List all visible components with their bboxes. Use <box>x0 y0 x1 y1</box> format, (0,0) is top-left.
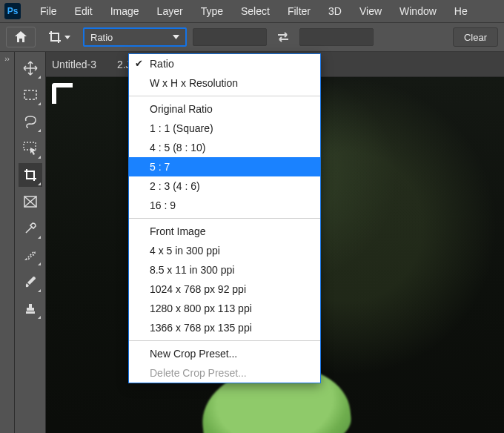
menu-file[interactable]: File <box>31 0 66 22</box>
dropdown-item-label: Original Ratio <box>150 103 213 115</box>
brush-icon <box>24 275 37 288</box>
dropdown-separator <box>129 340 320 341</box>
app-logo: Ps <box>4 3 21 19</box>
tool-move[interactable] <box>19 56 42 80</box>
clear-button[interactable]: Clear <box>453 27 498 47</box>
crop-handle-top-left[interactable] <box>52 83 73 104</box>
svg-rect-5 <box>26 311 35 314</box>
dropdown-item-front-image[interactable]: Front Image <box>129 222 320 241</box>
dropdown-item-label: 4 : 5 (8 : 10) <box>150 142 205 153</box>
clear-button-label: Clear <box>464 32 487 43</box>
dropdown-item-label: 4 x 5 in 300 ppi <box>150 245 220 257</box>
tool-eyedropper[interactable] <box>19 216 42 240</box>
crop-preset-dropdown: ✔ Ratio W x H x Resolution Original Rati… <box>128 53 321 383</box>
crop-preset-select[interactable]: Ratio <box>83 27 187 47</box>
dropdown-item-label: 5 : 7 <box>150 161 170 173</box>
home-icon <box>14 31 27 43</box>
dropdown-item-16-9[interactable]: 16 : 9 <box>129 196 320 215</box>
dropdown-item-label: Front Image <box>150 225 205 237</box>
move-icon <box>23 61 38 76</box>
dropdown-item-label: 8.5 x 11 in 300 ppi <box>150 264 234 276</box>
swap-icon <box>277 32 289 42</box>
svg-rect-1 <box>24 142 36 150</box>
menu-type[interactable]: Type <box>192 0 232 22</box>
dropdown-item-label: 2 : 3 (4 : 6) <box>150 180 200 192</box>
menu-window[interactable]: Window <box>391 0 445 22</box>
lasso-icon <box>23 115 38 128</box>
chevron-down-icon <box>173 35 179 39</box>
dropdown-item-label: New Crop Preset... <box>150 348 237 360</box>
menu-image[interactable]: Image <box>102 0 148 22</box>
dropdown-item-label: 1280 x 800 px 113 ppi <box>150 303 252 314</box>
chevron-down-icon <box>64 36 70 39</box>
dropdown-item-1-1[interactable]: 1 : 1 (Square) <box>129 119 320 138</box>
dropdown-item-5-7[interactable]: 5 : 7 <box>129 157 320 176</box>
menu-filter[interactable]: Filter <box>279 0 319 22</box>
marquee-icon <box>24 90 37 100</box>
crop-preset-select-label: Ratio <box>90 32 113 43</box>
dropdown-item-delete-preset: Delete Crop Preset... <box>129 363 320 383</box>
check-icon: ✔ <box>135 58 143 69</box>
tool-marquee[interactable] <box>19 83 42 107</box>
dropdown-item-1280x800[interactable]: 1280 x 800 px 113 ppi <box>129 299 320 318</box>
tool-preset-dropdown[interactable] <box>42 27 77 47</box>
dropdown-item-label: 1024 x 768 px 92 ppi <box>150 283 246 295</box>
document-tab[interactable]: Untitled-3 <box>52 59 96 70</box>
menu-view[interactable]: View <box>351 0 391 22</box>
svg-rect-0 <box>24 90 36 99</box>
tool-quick-select[interactable] <box>19 136 42 160</box>
tools-panel <box>15 52 46 433</box>
dropdown-separator <box>129 218 320 219</box>
menu-help[interactable]: He <box>445 0 477 22</box>
eyedropper-icon <box>24 222 37 235</box>
quick-select-icon <box>23 142 38 155</box>
dropdown-item-1024x768[interactable]: 1024 x 768 px 92 ppi <box>129 280 320 299</box>
dropdown-item-ratio[interactable]: ✔ Ratio <box>129 54 320 73</box>
dropdown-separator <box>129 96 320 96</box>
stamp-icon <box>24 302 37 315</box>
options-bar: Ratio Clear <box>0 22 504 52</box>
menu-bar: Ps File Edit Image Layer Type Select Fil… <box>0 0 504 22</box>
dropdown-item-wxh[interactable]: W x H x Resolution <box>129 73 320 93</box>
dropdown-item-label: Delete Crop Preset... <box>150 367 247 379</box>
dropdown-item-4x5-300[interactable]: 4 x 5 in 300 ppi <box>129 241 320 260</box>
tool-brush[interactable] <box>19 270 42 294</box>
menu-layer[interactable]: Layer <box>148 0 192 22</box>
dropdown-item-1366x768[interactable]: 1366 x 768 px 135 ppi <box>129 318 320 337</box>
dropdown-item-original-ratio[interactable]: Original Ratio <box>129 99 320 119</box>
dropdown-item-4-5[interactable]: 4 : 5 (8 : 10) <box>129 138 320 157</box>
menu-3d[interactable]: 3D <box>319 0 351 22</box>
dropdown-item-label: 16 : 9 <box>150 199 176 211</box>
tool-frame[interactable] <box>19 190 42 214</box>
tool-clone-stamp[interactable] <box>19 297 42 320</box>
dropdown-item-label: Ratio <box>150 58 174 70</box>
dropdown-item-2-3[interactable]: 2 : 3 (4 : 6) <box>129 176 320 196</box>
menu-select[interactable]: Select <box>232 0 279 22</box>
dropdown-item-label: W x H x Resolution <box>150 77 238 89</box>
crop-icon <box>48 30 62 44</box>
expand-panels-icon: ›› <box>4 55 10 63</box>
dropdown-item-label: 1 : 1 (Square) <box>150 122 213 134</box>
tool-lasso[interactable] <box>19 110 42 133</box>
tool-crop[interactable] <box>19 163 42 187</box>
healing-icon <box>24 248 37 262</box>
menu-edit[interactable]: Edit <box>66 0 102 22</box>
dropdown-item-new-preset[interactable]: New Crop Preset... <box>129 344 320 363</box>
crop-width-input[interactable] <box>193 28 267 46</box>
swap-dimensions-button[interactable] <box>273 28 294 46</box>
dropdown-item-label: 1366 x 768 px 135 ppi <box>150 322 252 334</box>
crop-icon <box>24 168 37 182</box>
dropdown-item-8p5x11-300[interactable]: 8.5 x 11 in 300 ppi <box>129 260 320 280</box>
document-tab-title: Untitled-3 <box>52 59 96 70</box>
crop-height-input[interactable] <box>299 28 374 46</box>
frame-icon <box>24 196 37 208</box>
home-button[interactable] <box>6 27 36 47</box>
panel-dock-collapsed[interactable]: ›› <box>0 52 15 433</box>
tool-healing-brush[interactable] <box>19 243 42 267</box>
